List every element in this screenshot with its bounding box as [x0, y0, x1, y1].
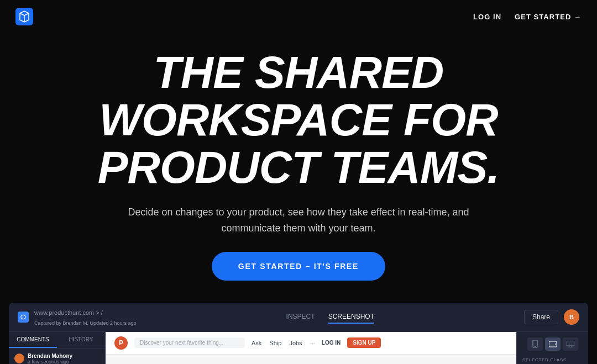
app-topbar-left: www.producthunt.com > / Captured by Bren… [18, 307, 137, 327]
ph-nav-items: Ask Ship Jobs ··· [252, 340, 315, 346]
selected-class-label: SELECTED CLASS [522, 357, 583, 362]
ph-nav-dots[interactable]: ··· [310, 340, 315, 346]
comment-avatar-1 [14, 354, 24, 363]
comment-meta-1: Brendan Mahony a few seconds ago [28, 353, 72, 364]
ph-login-btn[interactable]: LOG IN [322, 340, 341, 346]
ph-nav-jobs[interactable]: Jobs [289, 340, 302, 346]
svg-rect-21 [567, 341, 574, 346]
app-url-text: www.producthunt.com > / [34, 309, 103, 316]
tablet-icon-btn[interactable] [545, 337, 561, 351]
user-avatar: B [564, 309, 579, 325]
website-preview: P Discover your next favorite thing... A… [106, 332, 516, 364]
comment-author-1: Brendan Mahony [28, 353, 72, 359]
comment-header-1: Brendan Mahony a few seconds ago [14, 353, 100, 364]
app-topbar-tabs: INSPECT SCREENSHOT [286, 310, 374, 324]
app-topbar: www.producthunt.com > / Captured by Bren… [9, 303, 588, 332]
mobile-icon-btn[interactable] [527, 337, 543, 351]
hero-subtitle: Decide on changes to your product, see h… [105, 204, 492, 236]
ph-logo: P [114, 336, 128, 350]
svg-rect-18 [535, 346, 536, 347]
ph-signup-btn[interactable]: SIGN UP [347, 337, 381, 348]
selected-class-section: SELECTED CLASS text_44214 [522, 357, 583, 364]
comments-panel: COMMENTS HISTORY Brendan Mahony a few se… [9, 332, 106, 364]
inspect-panel: SELECTED CLASS text_44214 DIMENSIONS Wid… [516, 332, 588, 364]
share-button[interactable]: Share [524, 310, 558, 324]
comment-item: Brendan Mahony a few seconds ago fontsiz… [9, 349, 105, 364]
hero-section: THE SHARED WORKSPACE FOR PRODUCT TEAMS. … [0, 33, 597, 292]
ph-nav-ask[interactable]: Ask [252, 340, 261, 346]
ph-nav-ship[interactable]: Ship [269, 340, 281, 346]
nav-right: LOG IN GET STARTED → [473, 13, 582, 21]
app-url-info: www.producthunt.com > / Captured by Bren… [34, 307, 137, 327]
svg-rect-20 [555, 343, 556, 345]
app-logo-small [18, 312, 29, 323]
login-link[interactable]: LOG IN [473, 13, 501, 21]
logo[interactable] [15, 8, 33, 25]
ph-search[interactable]: Discover your next favorite thing... [134, 337, 245, 348]
comments-tab[interactable]: COMMENTS [9, 332, 57, 348]
tab-screenshot[interactable]: SCREENSHOT [328, 310, 374, 324]
device-icons [522, 337, 583, 351]
history-tab[interactable]: HISTORY [57, 332, 105, 348]
hero-title: THE SHARED WORKSPACE FOR PRODUCT TEAMS. [33, 49, 564, 191]
app-topbar-right: Share B [524, 309, 579, 325]
get-started-nav-link[interactable]: GET STARTED → [515, 13, 582, 21]
app-content: COMMENTS HISTORY Brendan Mahony a few se… [9, 332, 588, 364]
app-captured-by: Captured by Brendan M. Updated 2 hours a… [34, 320, 137, 326]
comments-tabs: COMMENTS HISTORY [9, 332, 105, 349]
logo-icon [15, 8, 33, 25]
cta-button[interactable]: GET STARTED – IT'S FREE [212, 252, 385, 281]
header: LOG IN GET STARTED → [0, 0, 597, 33]
comment-time-1: a few seconds ago [28, 359, 72, 364]
product-preview: www.producthunt.com > / Captured by Bren… [9, 303, 588, 364]
desktop-icon-btn[interactable] [563, 337, 578, 351]
tab-inspect[interactable]: INSPECT [286, 310, 315, 324]
ph-content: Discover your next favorite thing. [106, 355, 516, 364]
ph-navbar: P Discover your next favorite thing... A… [106, 332, 516, 355]
